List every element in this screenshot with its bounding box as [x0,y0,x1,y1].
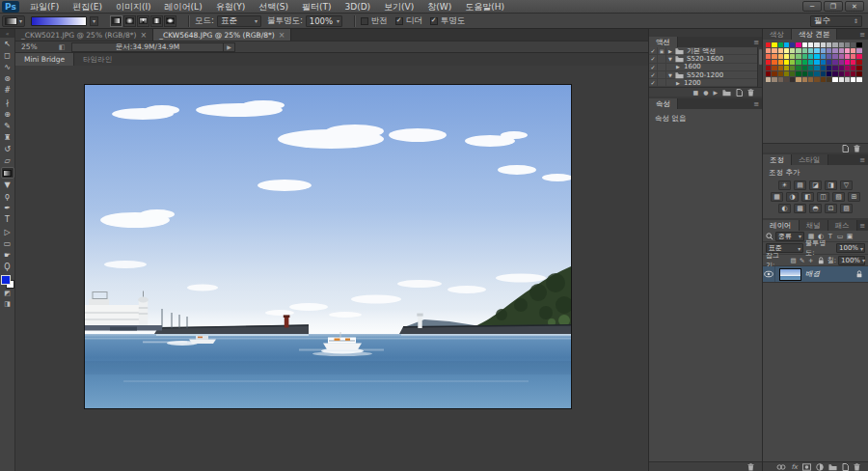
reflected-gradient-button[interactable] [150,15,163,27]
panel-menu-icon[interactable]: ≡ [859,220,868,231]
color-swatch[interactable] [772,54,776,59]
color-swatch[interactable] [802,66,807,70]
color-swatch[interactable] [814,54,819,59]
color-swatch[interactable] [784,42,789,47]
dodge-tool[interactable]: ϙ [1,190,14,202]
foreground-color-swatch[interactable] [1,275,11,285]
color-swatch[interactable] [814,60,819,65]
bottom-tab[interactable]: Mini Bridge [15,53,74,66]
color-swatch[interactable] [808,71,813,76]
expand-icon[interactable]: ▶ [666,48,674,54]
layer-thumbnail[interactable] [779,268,801,281]
color-swatch[interactable] [839,60,844,65]
bottom-tab[interactable]: 타임라인 [74,53,121,66]
workspace-switcher[interactable]: 필수⇕ [810,15,862,27]
hue-saturation-icon[interactable]: ▦ [771,192,783,202]
menu-item[interactable]: 3D(D) [339,0,376,14]
color-swatch[interactable] [832,71,837,76]
quick-selection-tool[interactable]: ⊛ [1,73,14,85]
color-swatch[interactable] [772,66,776,70]
color-swatch[interactable] [851,42,855,47]
color-swatch[interactable] [766,71,771,76]
color-swatch[interactable] [766,77,771,82]
action-row[interactable]: ✓▼S520-1600 [649,55,762,63]
tool-preset-picker[interactable]: ▾ [2,15,25,27]
actions-scrollbar[interactable] [757,47,762,87]
color-swatch[interactable] [856,48,861,53]
blur-tool[interactable]: ▼ [1,179,14,190]
color-swatch[interactable] [802,60,807,65]
color-swatch[interactable] [796,54,800,59]
color-swatch[interactable] [821,71,826,76]
expand-icon[interactable]: ▼ [666,72,674,78]
color-swatch[interactable] [827,71,831,76]
color-swatch[interactable] [778,77,783,82]
color-swatch[interactable] [814,42,819,47]
color-swatch[interactable] [845,77,850,82]
tab-actions[interactable]: 액션 [649,37,678,47]
transparency-checkbox[interactable]: ✓투명도 [430,15,466,27]
action-row[interactable]: ✓▼S520-1200 [649,71,762,79]
screen-mode-button[interactable]: ◨ [1,299,14,310]
photo-filter-icon[interactable]: ◫ [817,192,829,202]
zoom-level[interactable]: 25% [15,42,52,51]
layer-row-background[interactable]: 배경 [763,266,868,283]
collapse-tools-icon[interactable]: « [0,29,14,38]
color-swatch[interactable] [808,66,813,70]
filter-smart-object-icon[interactable]: ▣ [845,233,854,240]
color-swatch[interactable] [784,60,789,65]
crop-tool[interactable]: # [1,85,14,97]
color-swatch[interactable] [845,42,850,47]
document-tab[interactable]: _CKW5021.JPG @ 25% (RGB/8*)× [15,29,153,41]
new-swatch-icon[interactable] [842,145,849,152]
color-swatch[interactable] [802,54,807,59]
color-swatch[interactable] [790,54,795,59]
panel-menu-icon[interactable]: ≡ [859,29,868,40]
lock-all-icon[interactable] [817,257,826,264]
path-selection-tool[interactable]: ▷ [1,226,14,237]
color-lookup-icon[interactable]: ⊞ [848,192,860,202]
radial-gradient-button[interactable] [123,15,136,27]
filter-kind-select[interactable]: 종류▾ [775,232,804,241]
color-swatch[interactable] [821,54,826,59]
exposure-icon[interactable]: ◨ [825,180,837,190]
pen-tool[interactable]: ✒ [1,203,14,214]
color-swatch[interactable] [790,48,795,53]
color-swatch[interactable] [821,42,826,47]
close-button[interactable]: ✕ [845,1,864,12]
lock-transparency-icon[interactable]: ▨ [789,257,798,264]
color-swatch[interactable] [778,60,783,65]
invert-icon[interactable]: ◐ [778,204,791,213]
color-swatch[interactable] [832,77,837,82]
angle-gradient-button[interactable] [137,15,149,27]
color-swatch[interactable] [832,66,837,70]
color-swatch[interactable] [784,71,789,76]
color-swatch[interactable] [790,60,795,65]
color-swatch[interactable] [839,48,844,53]
color-swatch[interactable] [784,66,789,70]
color-swatch[interactable] [821,48,826,53]
selective-color-icon[interactable]: ⊡ [825,204,837,213]
stop-icon[interactable]: ■ [692,89,698,96]
color-swatch[interactable] [778,42,783,47]
panel-menu-icon[interactable]: ≡ [753,37,762,47]
brightness-contrast-icon[interactable]: ☀ [778,180,791,190]
expand-icon[interactable]: ▶ [674,64,682,69]
menu-item[interactable]: 선택(S) [253,0,294,14]
history-brush-tool[interactable]: ↺ [1,144,14,155]
color-swatch[interactable] [832,60,837,65]
color-swatch[interactable] [851,48,855,53]
color-swatch[interactable] [827,54,831,59]
mode-select[interactable]: 표준▾ [217,15,261,27]
menu-item[interactable]: 필터(T) [296,0,338,14]
layer-mask-icon[interactable] [802,463,811,471]
move-tool[interactable]: ↖ [1,38,14,49]
menu-item[interactable]: 이미지(I) [110,0,157,14]
tab-paths[interactable]: 패스 [828,220,857,231]
eraser-tool[interactable]: ▱ [1,155,14,167]
menu-item[interactable]: 창(W) [421,0,457,14]
brush-tool[interactable]: ✎ [1,120,14,131]
panel-menu-icon[interactable]: ≡ [859,154,868,165]
foreground-background-colors[interactable] [1,275,14,289]
color-swatch[interactable] [851,71,855,76]
